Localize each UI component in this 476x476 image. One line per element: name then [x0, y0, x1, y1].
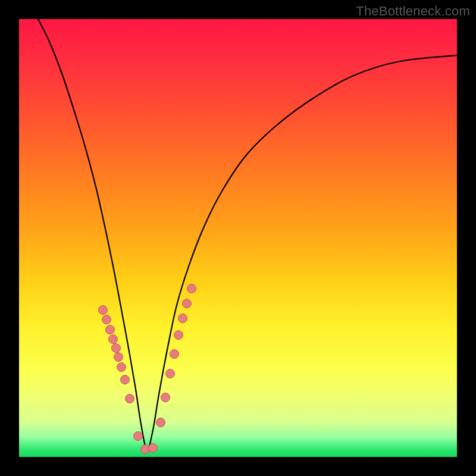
- curve-layer: [19, 19, 457, 457]
- marker-dot: [117, 363, 126, 372]
- marker-dot: [121, 375, 130, 384]
- watermark-text: TheBottleneck.com: [356, 4, 470, 19]
- bottleneck-curve: [38, 19, 457, 450]
- marker-dot: [106, 325, 115, 334]
- marker-dot: [99, 306, 108, 315]
- marker-dot: [174, 331, 183, 340]
- marker-dot: [170, 350, 179, 359]
- marker-dot: [126, 394, 134, 403]
- marker-dot: [102, 315, 111, 324]
- marker-dots: [99, 284, 196, 454]
- marker-dot: [109, 335, 118, 344]
- marker-dot: [141, 445, 150, 454]
- marker-dot: [149, 444, 158, 453]
- marker-dot: [156, 418, 165, 427]
- marker-dot: [183, 299, 192, 308]
- marker-dot: [112, 344, 121, 353]
- marker-dot: [161, 393, 170, 402]
- marker-dot: [134, 432, 143, 441]
- marker-dot: [166, 369, 175, 378]
- marker-dot: [178, 314, 187, 323]
- marker-dot: [114, 353, 123, 362]
- marker-dot: [187, 284, 196, 293]
- plot-area: [19, 19, 457, 457]
- chart-frame: TheBottleneck.com: [0, 0, 476, 476]
